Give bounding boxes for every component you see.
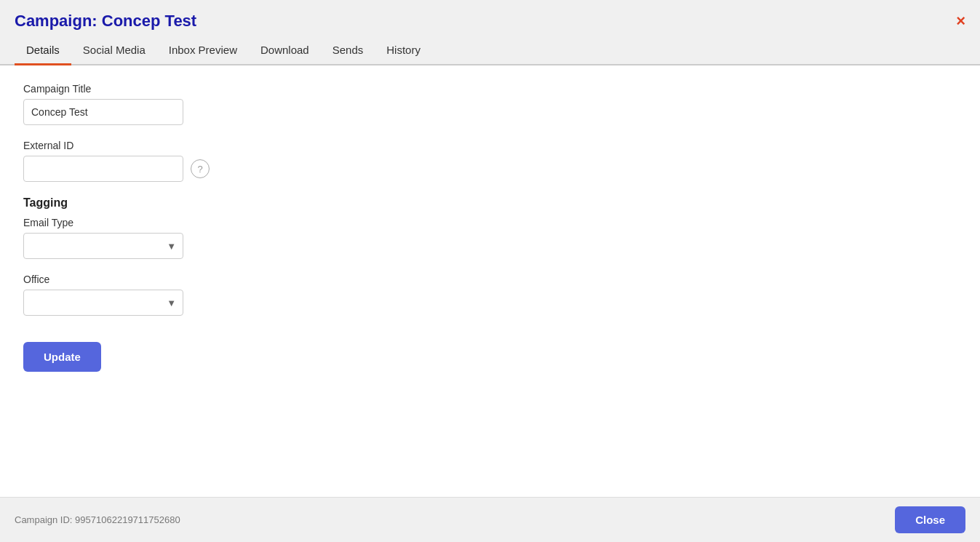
- tab-details[interactable]: Details: [15, 36, 71, 65]
- tagging-label: Tagging: [23, 196, 957, 210]
- tab-history[interactable]: History: [375, 36, 432, 65]
- campaign-title-input[interactable]: [23, 99, 183, 125]
- external-id-input[interactable]: [23, 156, 183, 182]
- email-type-label: Email Type: [23, 217, 957, 228]
- email-type-field-group: Email Type ▼: [23, 217, 957, 259]
- tagging-section: Tagging Email Type ▼ Office: [23, 196, 957, 316]
- external-id-field-group: External ID ?: [23, 140, 957, 182]
- modal-body: Campaign Title External ID ? Tagging Ema…: [0, 65, 980, 497]
- content-area: Campaign Title External ID ? Tagging Ema…: [0, 65, 980, 497]
- modal-footer: Campaign ID: 99571062219711752680 Close: [0, 497, 980, 542]
- modal-header: Campaign: Concep Test ×: [0, 0, 980, 36]
- campaign-title-label: Campaign Title: [23, 83, 957, 95]
- modal-container: Campaign: Concep Test × Details Social M…: [0, 0, 980, 542]
- email-type-select-wrapper: ▼: [23, 233, 183, 259]
- update-button[interactable]: Update: [23, 342, 101, 372]
- external-id-row: ?: [23, 156, 957, 182]
- office-select[interactable]: [23, 290, 183, 316]
- close-button[interactable]: Close: [895, 506, 965, 533]
- office-label: Office: [23, 274, 957, 285]
- office-select-wrapper: ▼: [23, 290, 183, 316]
- tab-sends[interactable]: Sends: [321, 36, 375, 65]
- tab-social-media[interactable]: Social Media: [71, 36, 157, 65]
- tab-inbox-preview[interactable]: Inbox Preview: [157, 36, 249, 65]
- help-icon[interactable]: ?: [191, 159, 210, 178]
- external-id-label: External ID: [23, 140, 957, 151]
- close-icon[interactable]: ×: [956, 13, 965, 29]
- campaign-id-text: Campaign ID: 99571062219711752680: [15, 514, 180, 525]
- office-field-group: Office ▼: [23, 274, 957, 316]
- tab-download[interactable]: Download: [249, 36, 321, 65]
- campaign-title-field-group: Campaign Title: [23, 83, 957, 125]
- modal-title: Campaign: Concep Test: [15, 12, 196, 31]
- tabs-bar: Details Social Media Inbox Preview Downl…: [0, 36, 980, 65]
- email-type-select[interactable]: [23, 233, 183, 259]
